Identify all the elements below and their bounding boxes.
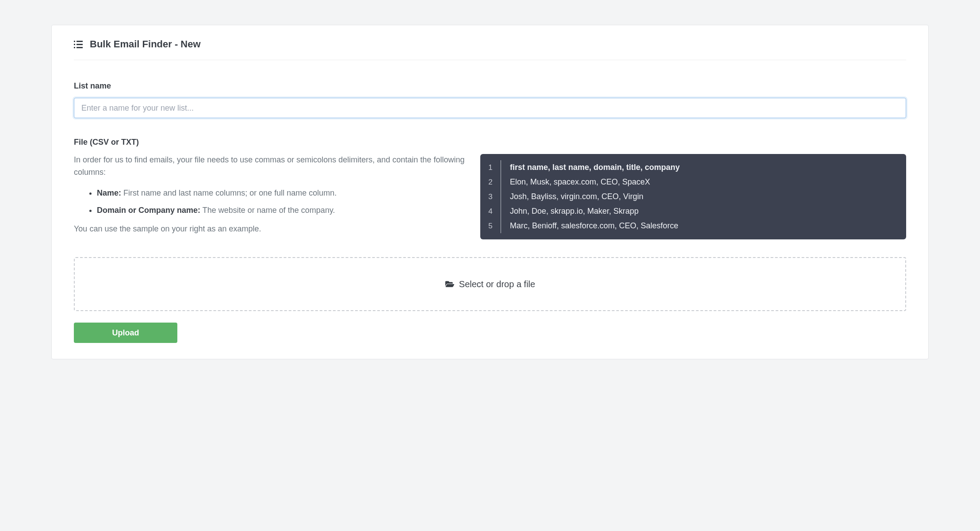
sample-row: 3 Josh, Bayliss, virgin.com, CEO, Virgin <box>480 189 906 204</box>
sample-line-text: Marc, Benioff, salesforce.com, CEO, Sale… <box>510 221 678 231</box>
sample-row: 5 Marc, Benioff, salesforce.com, CEO, Sa… <box>480 219 906 233</box>
file-instructions-row: In order for us to find emails, your fil… <box>74 154 906 239</box>
page-title: Bulk Email Finder - New <box>90 38 201 50</box>
requirement-label: Name: <box>97 189 121 197</box>
sample-row: 2 Elon, Musk, spacex.com, CEO, SpaceX <box>480 175 906 189</box>
sample-line-number: 1 <box>480 163 501 172</box>
sample-file-preview: 1 first name, last name, domain, title, … <box>480 154 906 239</box>
sample-line-number: 5 <box>480 222 501 231</box>
card-header: Bulk Email Finder - New <box>74 38 906 60</box>
sample-box: 1 first name, last name, domain, title, … <box>480 154 906 239</box>
requirement-label: Domain or Company name: <box>97 206 200 215</box>
sample-line-number: 3 <box>480 192 501 201</box>
file-instructions: In order for us to find emails, your fil… <box>74 154 467 234</box>
sample-line-number: 4 <box>480 207 501 216</box>
list-name-label: List name <box>74 81 906 91</box>
sample-line-text: first name, last name, domain, title, co… <box>510 163 680 172</box>
helper-text: In order for us to find emails, your fil… <box>74 154 467 179</box>
list-name-input[interactable] <box>74 98 906 118</box>
svg-rect-1 <box>74 44 75 45</box>
sample-line-text: John, Doe, skrapp.io, Maker, Skrapp <box>510 207 639 216</box>
list-name-section: List name <box>74 81 906 118</box>
sample-line-number: 2 <box>480 178 501 187</box>
upload-button[interactable]: Upload <box>74 323 177 343</box>
sample-row: 1 first name, last name, domain, title, … <box>480 160 906 175</box>
requirements-list: Name: First name and last name columns; … <box>74 187 467 217</box>
requirement-item: Domain or Company name: The website or n… <box>97 204 467 217</box>
requirement-desc: The website or name of the company. <box>203 206 335 215</box>
svg-rect-4 <box>77 44 83 45</box>
dropzone-label: Select or drop a file <box>459 279 535 289</box>
svg-rect-2 <box>74 47 75 48</box>
sample-line-text: Josh, Bayliss, virgin.com, CEO, Virgin <box>510 192 643 201</box>
file-label: File (CSV or TXT) <box>74 138 906 147</box>
list-icon <box>74 41 83 48</box>
file-dropzone[interactable]: Select or drop a file <box>74 257 906 311</box>
folder-open-icon <box>445 280 455 288</box>
sample-row: 4 John, Doe, skrapp.io, Maker, Skrapp <box>480 204 906 219</box>
svg-rect-3 <box>77 41 83 42</box>
svg-rect-0 <box>74 41 75 42</box>
requirement-item: Name: First name and last name columns; … <box>97 187 467 200</box>
svg-rect-5 <box>77 47 83 48</box>
main-card: Bulk Email Finder - New List name File (… <box>51 25 929 359</box>
page-wrap: Bulk Email Finder - New List name File (… <box>0 0 980 359</box>
requirement-desc: First name and last name columns; or one… <box>123 189 337 197</box>
sample-line-text: Elon, Musk, spacex.com, CEO, SpaceX <box>510 177 650 187</box>
example-footer: You can use the sample on your right as … <box>74 224 467 234</box>
